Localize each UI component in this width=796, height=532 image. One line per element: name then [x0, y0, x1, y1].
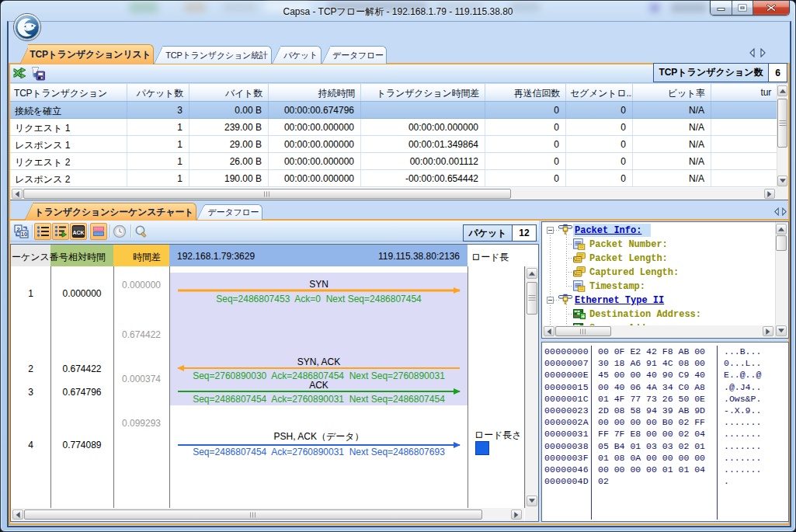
swap-icon[interactable] — [13, 68, 26, 78]
collapse-icon[interactable] — [547, 297, 554, 304]
load-bars-button[interactable] — [90, 223, 107, 240]
tree-vscrollbar[interactable] — [775, 222, 788, 338]
bottom-tab-1[interactable]: データフロー — [196, 204, 262, 220]
load-length-label: ロード長さ — [474, 429, 522, 442]
column-header-7[interactable]: ビット率 — [633, 84, 711, 101]
table-vscroll-thumb[interactable] — [777, 99, 787, 148]
hex-row-2[interactable]: 0000000E45 00 00 40 90 C9 40E..@..@ — [542, 370, 788, 382]
chart-vscroll-thumb[interactable] — [527, 282, 537, 315]
column-header-2[interactable]: バイト数 — [189, 84, 269, 101]
chart-hscroll-thumb[interactable] — [24, 509, 482, 520]
bottom-tab-0[interactable]: トランザクションシーケンスチャート — [24, 203, 196, 221]
chart-tab-scroll-right-icon[interactable] — [781, 207, 787, 216]
cell: 1 — [127, 170, 189, 186]
chart-vscrollbar[interactable] — [524, 266, 538, 508]
scroll-down-button[interactable] — [776, 325, 787, 336]
scroll-up-button[interactable] — [777, 85, 787, 96]
load-header-label: ロード長 — [471, 251, 509, 264]
chart-tab-scroll-left-icon[interactable] — [773, 207, 780, 216]
scroll-left-button[interactable] — [12, 509, 23, 520]
scroll-right-button[interactable] — [764, 189, 775, 199]
top-tab-1[interactable]: TCPトランザクション統計 — [154, 46, 272, 64]
scroll-right-button[interactable] — [511, 509, 522, 520]
scroll-down-button[interactable] — [777, 176, 787, 186]
hex-ascii: ....... — [724, 453, 761, 463]
column-header-8[interactable]: tur — [711, 84, 777, 101]
hex-row-8[interactable]: 0000003805 B4 01 03 03 02 01....... — [542, 441, 788, 454]
hex-row-11[interactable]: 0000004D02. — [542, 476, 788, 489]
maximize-button[interactable] — [732, 1, 753, 15]
hex-row-1[interactable]: 0000000730 18 A6 91 4C 08 000...L.. — [542, 358, 788, 370]
scroll-up-button[interactable] — [776, 224, 787, 235]
scroll-up-button[interactable] — [527, 268, 537, 279]
column-header-6[interactable]: セグメントロ... — [566, 84, 633, 101]
app-window: Capsa - TCPフロー解析 - 192.168.1.79 - 119.11… — [0, 0, 796, 532]
column-header-1[interactable]: パケット数 — [127, 84, 189, 101]
scroll-left-button[interactable] — [12, 189, 23, 199]
tree-item-label: Captured Length: — [589, 267, 679, 278]
seq-number-icon[interactable]: 2 10 — [14, 224, 29, 238]
tree-trunk-line — [550, 231, 551, 325]
scroll-right-button[interactable] — [763, 326, 773, 336]
column-header-0[interactable]: TCPトランザクション — [10, 84, 127, 101]
clock-button[interactable] — [111, 223, 128, 240]
table-row-1[interactable]: リクエスト 11239.00 B00:00:00.00000000:00:00.… — [10, 119, 777, 136]
table-vscrollbar[interactable] — [777, 84, 788, 188]
hex-row-6[interactable]: 0000002A00 00 00 00 B0 02 FF....... — [542, 417, 788, 429]
title-bar[interactable]: Capsa - TCPフロー解析 - 192.168.1.79 - 119.11… — [1, 1, 795, 21]
scroll-down-button[interactable] — [527, 495, 537, 506]
document-icon — [573, 280, 586, 292]
table-hscroll-thumb[interactable] — [23, 189, 511, 199]
table-hscrollbar[interactable] — [10, 188, 777, 200]
zoom-icon[interactable] — [133, 223, 150, 240]
tree-hscroll-thumb[interactable] — [555, 326, 611, 336]
table-row-3[interactable]: リクエスト 2126.00 B00:00:00.00000000:00:00.0… — [10, 153, 777, 170]
hex-ascii: ....... — [724, 429, 761, 439]
ack-filter-button[interactable]: ACK — [70, 223, 87, 240]
cell: 0 — [566, 153, 633, 169]
cell: 0 — [566, 136, 633, 152]
scroll-left-button[interactable] — [544, 326, 554, 336]
close-button[interactable] — [753, 1, 789, 15]
tab-scroll-left-icon[interactable] — [749, 48, 756, 57]
top-tab-2[interactable]: パケット — [272, 46, 322, 64]
cell: 0 — [566, 119, 633, 135]
hex-row-7[interactable]: 00000031FF 7F E8 00 00 02 04....... — [542, 429, 788, 441]
minimize-button[interactable] — [711, 1, 732, 15]
tree-item-label: Destination Address: — [589, 309, 701, 320]
list-view-button[interactable] — [34, 223, 51, 240]
table-row-4[interactable]: レスポンス 21190.00 B00:00:00.000000-00:00:00… — [10, 170, 777, 187]
hex-row-9[interactable]: 0000003F01 08 0A 00 00 00 00....... — [542, 453, 788, 465]
delta-header-label: 時間差 — [124, 251, 169, 264]
list-play-button[interactable] — [52, 223, 69, 240]
tree-hscrollbar[interactable] — [542, 325, 775, 338]
hex-row-0[interactable]: 0000000000 0F E2 42 F8 AB 00...B... — [542, 346, 788, 359]
tree-vscroll-thumb[interactable] — [776, 235, 787, 251]
arrow-head-icon — [454, 287, 461, 294]
collapse-icon[interactable] — [547, 227, 554, 234]
top-tab-0[interactable]: TCPトランザクションリスト — [19, 44, 154, 64]
cell — [711, 136, 777, 152]
chart-hscrollbar[interactable] — [11, 508, 524, 521]
syn-arrow[interactable] — [178, 287, 460, 294]
column-header-5[interactable]: 再送信回数 — [485, 84, 566, 101]
column-header-4[interactable]: トランザクション時間差 — [361, 84, 485, 101]
table-body: 接続を確立30.00 B00:00:00.67479600N/Aリクエスト 11… — [10, 102, 777, 200]
column-header-3[interactable]: 持続時間 — [269, 84, 361, 101]
hex-bytes: 01 08 0A 00 00 00 00 — [598, 453, 705, 463]
top-tab-3[interactable]: データフロー — [322, 46, 387, 64]
seq-header-label: ーケンス番号 — [12, 251, 68, 264]
save-icon[interactable] — [30, 66, 45, 81]
relative-time: 0.774089 — [50, 440, 113, 450]
table-row-2[interactable]: レスポンス 1129.00 B00:00:00.00000000:00:01.3… — [10, 136, 777, 153]
tab-scroll-right-icon[interactable] — [760, 48, 766, 57]
hex-row-5[interactable]: 000000232D 08 58 94 39 AB 9D-.X.9.. — [542, 405, 788, 418]
table-row-0[interactable]: 接続を確立30.00 B00:00:00.67479600N/A — [10, 101, 777, 119]
length-tag-icon — [573, 252, 586, 263]
down-arrow-icon — [778, 329, 784, 336]
hex-row-10[interactable]: 0000004600 00 00 00 01 01 04....... — [542, 464, 788, 477]
hex-row-3[interactable]: 0000001500 40 06 4A 34 C0 A8.@.J4.. — [542, 382, 788, 395]
hex-ascii: ....... — [724, 441, 761, 451]
cell — [361, 102, 485, 118]
hex-row-4[interactable]: 0000001C01 4F 77 73 26 50 0E.Ows&P. — [542, 394, 788, 406]
